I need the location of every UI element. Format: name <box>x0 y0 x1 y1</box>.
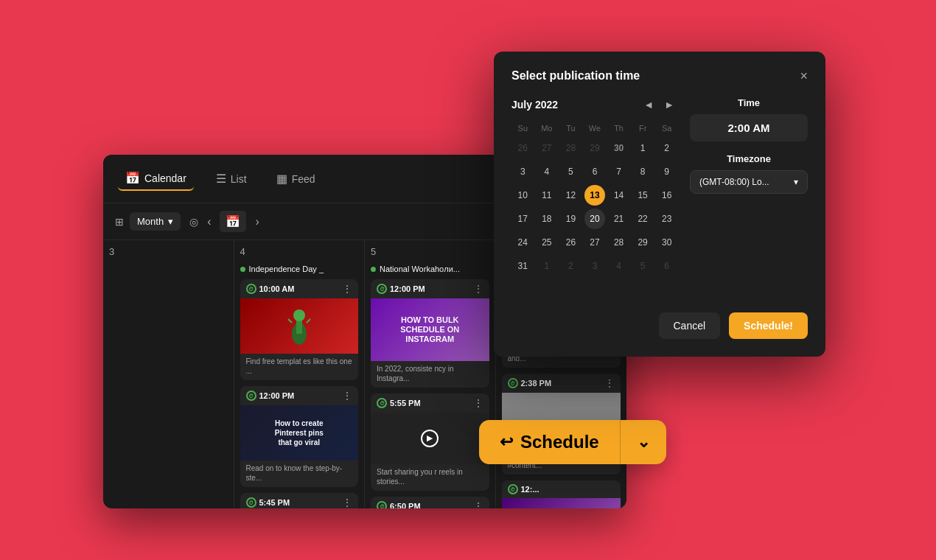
cal-day[interactable]: 23 <box>657 209 677 229</box>
post-card-5-2[interactable]: ⏱ 5:55 PM ⋮ ▶ Start sharing you r reels … <box>371 393 489 491</box>
cal-day[interactable]: 3 <box>512 161 533 182</box>
post-time: ⏱ 10:00 AM <box>246 284 295 294</box>
cal-day[interactable]: 16 <box>657 185 677 206</box>
time-timezone-panel: Time 2:00 AM Timezone (GMT-08:00) Lo... … <box>690 97 808 295</box>
event-badge-5: National Workahoли... <box>371 263 489 275</box>
more-options-icon-3[interactable]: ⋮ <box>342 497 352 508</box>
cal-day[interactable]: 3 <box>584 256 605 276</box>
mini-cal-header: July 2022 ◄ ► <box>511 97 678 112</box>
cal-day[interactable]: 8 <box>632 161 653 182</box>
cal-day[interactable]: 31 <box>512 256 533 276</box>
today-button[interactable]: 📅 <box>220 211 246 232</box>
schedule-bar[interactable]: ↩ Schedule ⌄ <box>479 420 666 464</box>
close-modal-button[interactable]: × <box>800 69 808 83</box>
cal-day-today[interactable]: 20 <box>584 209 605 229</box>
more-options-5-3[interactable]: ⋮ <box>473 500 483 508</box>
schedule-button[interactable]: Schedule! <box>729 312 808 339</box>
cal-day[interactable]: 5 <box>632 256 653 276</box>
event-label-5: National Workahoли... <box>380 265 460 273</box>
cal-day[interactable]: 10 <box>512 185 533 206</box>
cal-day[interactable]: 2 <box>560 256 581 276</box>
post-time-3: ⏱ 5:45 PM <box>246 497 290 508</box>
day-number-4: 4 <box>240 246 359 257</box>
day-header-su: Su <box>511 121 534 136</box>
cal-day[interactable]: 6 <box>584 161 605 182</box>
cal-day[interactable]: 19 <box>560 209 581 229</box>
cal-day[interactable]: 11 <box>537 185 557 206</box>
timezone-selector[interactable]: (GMT-08:00) Lo... ▾ <box>690 170 808 194</box>
cal-day[interactable]: 30 <box>609 138 629 158</box>
tab-calendar[interactable]: 📅 Calendar <box>118 167 194 191</box>
post-card-5-3[interactable]: ⏱ 6:50 PM ⋮ <box>371 497 489 508</box>
cal-day[interactable]: 1 <box>632 138 653 158</box>
day-number-3: 3 <box>109 246 228 257</box>
cal-day[interactable]: 12 <box>560 185 581 206</box>
post-caption-5: In 2022, consiste ncy in Instagra... <box>371 361 489 388</box>
next-month-button[interactable]: › <box>252 212 262 231</box>
cal-day[interactable]: 17 <box>512 209 533 229</box>
cal-day[interactable]: 28 <box>560 138 581 158</box>
cal-day[interactable]: 26 <box>560 232 581 253</box>
clock-icon-6-2: ⏱ <box>508 378 518 388</box>
more-options-icon[interactable]: ⋮ <box>342 283 352 295</box>
view-selector-label: Month <box>137 216 164 227</box>
cal-day[interactable]: 18 <box>537 209 557 229</box>
cal-day[interactable]: 28 <box>609 232 629 253</box>
grid-view-icon: ⊞ <box>115 216 124 228</box>
cal-day[interactable]: 14 <box>609 185 629 206</box>
tab-feed[interactable]: ▦ Feed <box>269 167 323 190</box>
cal-day[interactable]: 26 <box>512 138 533 158</box>
post-card-4-2[interactable]: ⏱ 12:00 PM ⋮ How to createPinterest pins… <box>240 386 359 487</box>
post-card-4-1[interactable]: ⏱ 10:00 AM ⋮ Find free templat es like t… <box>240 279 359 380</box>
cal-day[interactable]: 29 <box>632 232 653 253</box>
timezone-value: (GMT-08:00) Lo... <box>699 177 769 187</box>
clock-icon-5-2: ⏱ <box>377 398 387 408</box>
post-card-6-3[interactable]: ⏱ 12:... YOUR SOCIALMEDIA POP🎬 New and i… <box>502 480 621 508</box>
cal-day-selected[interactable]: 13 <box>584 185 605 206</box>
mini-calendar: July 2022 ◄ ► Su Mo Tu We Th Fr Sa 26 27… <box>511 97 678 277</box>
svg-line-3 <box>288 319 292 323</box>
mini-next-button[interactable]: ► <box>660 97 678 112</box>
cal-day[interactable]: 1 <box>537 256 557 276</box>
day-column-5: 5 National Workahoли... ⏱ 12:00 PM ⋮ HOW… <box>365 240 496 508</box>
cal-day[interactable]: 30 <box>657 232 677 253</box>
cal-day[interactable]: 5 <box>560 161 581 182</box>
time-label-5-2: 5:55 PM <box>390 399 421 407</box>
view-selector[interactable]: Month ▾ <box>130 212 181 231</box>
tab-list-label: List <box>231 173 247 185</box>
cal-day[interactable]: 2 <box>657 138 677 158</box>
mini-prev-button[interactable]: ◄ <box>640 97 657 112</box>
cal-day[interactable]: 24 <box>512 232 533 253</box>
cal-day[interactable]: 27 <box>537 138 557 158</box>
more-options-5-2[interactable]: ⋮ <box>473 397 483 409</box>
cal-day[interactable]: 4 <box>537 161 557 182</box>
modal-title: Select publication time <box>511 69 640 83</box>
tab-list[interactable]: ☰ List <box>209 167 254 190</box>
cal-day[interactable]: 15 <box>632 185 653 206</box>
clock-icon-5-3: ⏱ <box>377 501 387 508</box>
cal-day[interactable]: 7 <box>609 161 629 182</box>
more-options-6-2[interactable]: ⋮ <box>604 377 615 389</box>
thumb-image-statue <box>243 301 356 351</box>
post-card-5-1[interactable]: ⏱ 12:00 PM ⋮ HOW TO BULKSCHEDULE ONINSTA… <box>371 279 489 388</box>
cal-day[interactable]: 4 <box>609 256 629 276</box>
cal-day[interactable]: 21 <box>609 209 629 229</box>
day-number-5: 5 <box>371 246 489 257</box>
post-card-4-3[interactable]: ⏱ 5:45 PM ⋮ <box>240 493 359 508</box>
schedule-bar-chevron-icon[interactable]: ⌄ <box>621 421 666 463</box>
day-header-sa: Sa <box>655 121 678 136</box>
post-time-6-3: ⏱ 12:... <box>508 484 539 494</box>
cal-day[interactable]: 22 <box>632 209 653 229</box>
cal-day[interactable]: 9 <box>657 161 677 182</box>
cal-day[interactable]: 27 <box>584 232 605 253</box>
more-options-5[interactable]: ⋮ <box>473 283 483 295</box>
cal-day[interactable]: 29 <box>584 138 605 158</box>
modal-body: July 2022 ◄ ► Su Mo Tu We Th Fr Sa 26 27… <box>511 97 808 295</box>
post-card-6-3-header: ⏱ 12:... <box>502 480 621 498</box>
cal-day[interactable]: 25 <box>537 232 557 253</box>
prev-month-button[interactable]: ‹ <box>204 212 214 231</box>
more-options-icon-2[interactable]: ⋮ <box>342 390 352 402</box>
cal-day[interactable]: 6 <box>657 256 677 276</box>
cancel-button[interactable]: Cancel <box>659 312 721 339</box>
time-display[interactable]: 2:00 AM <box>690 114 808 141</box>
